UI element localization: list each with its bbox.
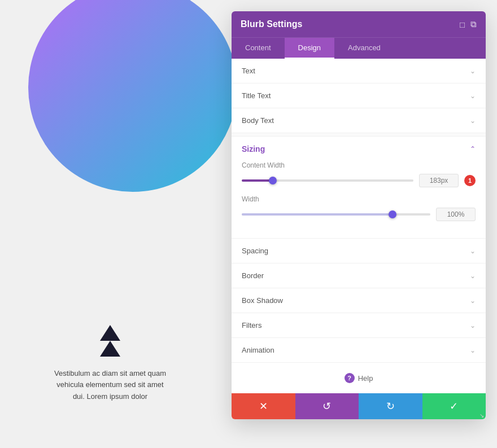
width-value[interactable]: 100% bbox=[436, 208, 476, 221]
section-animation[interactable]: Animation ⌄ bbox=[232, 338, 486, 363]
help-row[interactable]: ? Help bbox=[232, 363, 486, 393]
help-text: Help bbox=[358, 374, 373, 383]
blurb-icon bbox=[100, 325, 120, 357]
blurb-settings-panel: Blurb Settings □ ⧉ Content Design Advanc… bbox=[232, 11, 486, 419]
resize-handle[interactable]: ↘ bbox=[478, 411, 486, 419]
width-slider[interactable] bbox=[242, 209, 430, 220]
content-width-fill bbox=[242, 179, 273, 182]
section-text[interactable]: Text ⌄ bbox=[232, 59, 486, 84]
help-icon: ? bbox=[345, 373, 355, 383]
content-width-value[interactable]: 183px bbox=[419, 174, 459, 187]
redo-button[interactable]: ↻ bbox=[359, 393, 422, 419]
section-spacing-chevron: ⌄ bbox=[470, 247, 476, 255]
content-width-row: 183px 1 bbox=[242, 174, 476, 187]
section-title-text-chevron: ⌄ bbox=[470, 92, 476, 100]
section-box-shadow-chevron: ⌄ bbox=[470, 297, 476, 305]
panel-split-icon[interactable]: ⧉ bbox=[470, 19, 477, 29]
section-border-label: Border bbox=[242, 271, 264, 280]
section-animation-chevron: ⌄ bbox=[470, 346, 476, 354]
section-body-text-label: Body Text bbox=[242, 116, 274, 125]
width-track bbox=[242, 213, 430, 216]
panel-header-icons: □ ⧉ bbox=[460, 19, 477, 29]
width-fill bbox=[242, 213, 393, 216]
section-text-label: Text bbox=[242, 67, 255, 75]
sizing-header[interactable]: Sizing ⌃ bbox=[232, 137, 486, 159]
width-thumb[interactable] bbox=[389, 210, 396, 218]
sizing-chevron: ⌃ bbox=[470, 145, 476, 153]
panel-header: Blurb Settings □ ⧉ bbox=[232, 11, 486, 37]
panel-footer: ✕ ↺ ↻ ✓ bbox=[232, 393, 486, 419]
left-content-area: Vestibulum ac diam sit amet quam vehicul… bbox=[0, 0, 220, 448]
panel-settings-icon[interactable]: □ bbox=[460, 20, 465, 29]
save-button[interactable]: ✓ bbox=[422, 393, 486, 419]
panel-tabs: Content Design Advanced bbox=[232, 37, 486, 59]
cancel-button[interactable]: ✕ bbox=[232, 393, 295, 419]
content-width-track bbox=[242, 179, 413, 182]
section-filters-label: Filters bbox=[242, 321, 261, 330]
section-box-shadow-label: Box Shadow bbox=[242, 296, 283, 305]
section-title-text-label: Title Text bbox=[242, 91, 271, 100]
section-body-text[interactable]: Body Text ⌄ bbox=[232, 108, 486, 133]
section-text-chevron: ⌄ bbox=[470, 67, 476, 75]
section-title-text[interactable]: Title Text ⌄ bbox=[232, 84, 486, 108]
section-border[interactable]: Border ⌄ bbox=[232, 263, 486, 288]
sizing-title: Sizing bbox=[242, 144, 265, 153]
content-width-thumb[interactable] bbox=[269, 177, 277, 185]
panel-body: Text ⌄ Title Text ⌄ Body Text ⌄ Sizing ⌃… bbox=[232, 59, 486, 393]
content-width-label: Content Width bbox=[242, 161, 476, 169]
section-filters[interactable]: Filters ⌄ bbox=[232, 313, 486, 338]
tab-advanced[interactable]: Advanced bbox=[334, 38, 394, 59]
panel-title: Blurb Settings bbox=[241, 19, 302, 29]
section-spacing[interactable]: Spacing ⌄ bbox=[232, 239, 486, 263]
section-box-shadow[interactable]: Box Shadow ⌄ bbox=[232, 288, 486, 313]
width-row: 100% bbox=[242, 208, 476, 221]
section-animation-label: Animation bbox=[242, 346, 274, 354]
width-label: Width bbox=[242, 195, 476, 203]
section-body-text-chevron: ⌄ bbox=[470, 117, 476, 125]
tab-content[interactable]: Content bbox=[232, 38, 285, 59]
section-filters-chevron: ⌄ bbox=[470, 322, 476, 330]
tab-design[interactable]: Design bbox=[285, 38, 334, 59]
section-border-chevron: ⌄ bbox=[470, 272, 476, 280]
sizing-section: Sizing ⌃ Content Width 183px 1 bbox=[232, 137, 486, 239]
blurb-text: Vestibulum ac diam sit amet quam vehicul… bbox=[54, 368, 167, 403]
content-width-slider[interactable] bbox=[242, 175, 413, 186]
sizing-body: Content Width 183px 1 Width bbox=[232, 159, 486, 238]
section-spacing-label: Spacing bbox=[242, 247, 268, 255]
content-width-badge: 1 bbox=[464, 175, 476, 186]
undo-button[interactable]: ↺ bbox=[295, 393, 359, 419]
